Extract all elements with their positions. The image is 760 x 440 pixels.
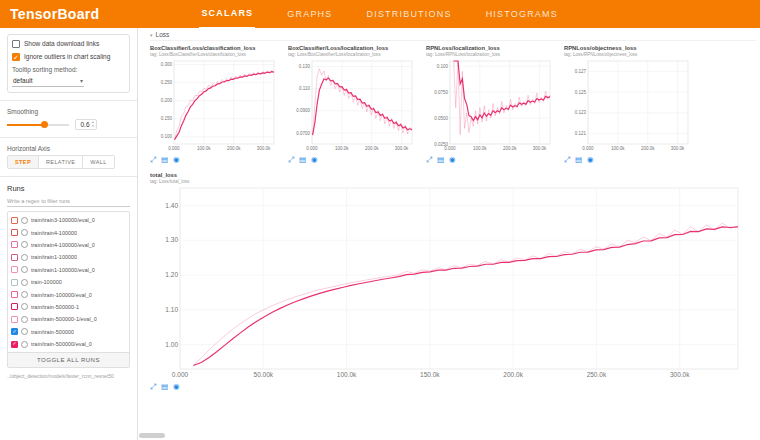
svg-text:0.000: 0.000	[168, 146, 180, 151]
run-checkbox-icon[interactable]	[11, 316, 18, 323]
sidebar: Show data download links ✓ Ignore outlie…	[0, 28, 138, 440]
smoothing-slider[interactable]	[7, 124, 69, 126]
svg-text:1.10: 1.10	[165, 306, 178, 313]
run-isolate-icon[interactable]	[21, 241, 28, 248]
scalar-chart-card: RPNLoss/objectness_loss tag: Loss/RPNLos…	[564, 45, 692, 165]
run-isolate-icon[interactable]	[21, 266, 28, 273]
nav-tabs: SCALARS GRAPHS DISTRIBUTIONS HISTOGRAMS	[199, 0, 560, 28]
run-item[interactable]: train/train4-100000/eval_0	[11, 239, 126, 251]
run-checkbox-icon[interactable]	[11, 254, 18, 261]
run-item[interactable]: train/train3-100000/eval_0	[11, 214, 126, 226]
run-checkbox-icon[interactable]	[11, 291, 18, 298]
run-isolate-icon[interactable]	[21, 341, 28, 348]
rpn-localization-loss-chart[interactable]: 0.02500.05000.07500.1000.000100.0k200.0k…	[426, 58, 554, 154]
smoothing-control: ▴ ▾	[7, 119, 130, 130]
chart-toolbar: ⤢ ▤ ◉	[150, 155, 278, 165]
run-item[interactable]: ✓train/train-500000/eval_0	[11, 338, 126, 350]
tab-scalars[interactable]: SCALARS	[199, 0, 255, 29]
run-label: train/train4-100000	[31, 230, 77, 236]
checkbox-unchecked-icon	[12, 40, 20, 48]
run-isolate-icon[interactable]	[21, 328, 28, 335]
horizontal-scrollbar[interactable]	[139, 433, 165, 438]
run-item[interactable]: train-100000	[11, 276, 126, 288]
expand-chart-icon[interactable]: ⤢	[564, 155, 570, 165]
tooltip-sorting-value: default	[13, 77, 33, 84]
svg-text:300.0k: 300.0k	[670, 371, 690, 378]
run-item[interactable]: train/train1-100000	[11, 251, 126, 263]
svg-text:0.200: 0.200	[161, 98, 173, 103]
run-checkbox-icon[interactable]	[11, 279, 18, 286]
tooltip-sorting-dropdown[interactable]: default ▾	[12, 75, 84, 87]
svg-text:300.0k: 300.0k	[395, 146, 409, 151]
run-item[interactable]: train/train-500000-1/eval_0	[11, 313, 126, 325]
run-item[interactable]: train/train4-100000	[11, 226, 126, 238]
show-download-links-checkbox[interactable]: Show data download links	[12, 40, 125, 48]
expand-chart-icon[interactable]: ⤢	[150, 155, 156, 165]
chart-tag: tag: Loss/BoxClassifier/Loss/classificat…	[150, 52, 278, 57]
pin-card-icon[interactable]: ◉	[173, 382, 180, 392]
axis-step-button[interactable]: STEP	[8, 156, 39, 168]
svg-text:50.00k: 50.00k	[254, 371, 274, 378]
pin-card-icon[interactable]: ◉	[173, 155, 180, 165]
pin-card-icon[interactable]: ◉	[587, 155, 594, 165]
checkbox-label: Show data download links	[24, 40, 99, 47]
pin-card-icon[interactable]: ◉	[449, 155, 456, 165]
run-item[interactable]: train/train1-100000/eval_0	[11, 264, 126, 276]
fit-domain-icon[interactable]: ▤	[437, 155, 444, 165]
tab-graphs[interactable]: GRAPHS	[285, 0, 334, 28]
run-isolate-icon[interactable]	[21, 229, 28, 236]
run-isolate-icon[interactable]	[21, 279, 28, 286]
run-item[interactable]: ✓train/train-500000	[11, 326, 126, 338]
expand-chart-icon[interactable]: ⤢	[288, 155, 294, 165]
smoothing-stepper[interactable]: ▴ ▾	[92, 121, 94, 128]
fit-domain-icon[interactable]: ▤	[299, 155, 306, 165]
axis-wall-button[interactable]: WALL	[83, 156, 113, 168]
svg-text:0.100: 0.100	[437, 64, 449, 69]
run-isolate-icon[interactable]	[21, 254, 28, 261]
run-isolate-icon[interactable]	[21, 217, 28, 224]
fit-domain-icon[interactable]: ▤	[161, 382, 168, 392]
run-isolate-icon[interactable]	[21, 316, 28, 323]
stepper-down-icon[interactable]: ▾	[92, 125, 94, 129]
total-loss-chart[interactable]: 1.001.101.201.301.400.00050.00k100.0k150…	[150, 185, 742, 381]
svg-text:150.0k: 150.0k	[420, 371, 440, 378]
objectness-loss-chart[interactable]: 0.1210.1230.1250.1270.000100.0k200.0k300…	[564, 58, 692, 154]
svg-text:250.0k: 250.0k	[587, 371, 607, 378]
fit-domain-icon[interactable]: ▤	[161, 155, 168, 165]
classification-loss-chart[interactable]: 0.1000.1500.2000.2500.3000.000100.0k200.…	[150, 58, 278, 154]
checkbox-checked-icon: ✓	[12, 53, 20, 61]
run-checkbox-icon[interactable]	[11, 229, 18, 236]
run-checkbox-icon[interactable]	[11, 303, 18, 310]
tab-histograms[interactable]: HISTOGRAMS	[484, 0, 560, 28]
run-item[interactable]: train/train-100000/eval_0	[11, 288, 126, 300]
svg-text:0.300: 0.300	[161, 62, 173, 67]
run-isolate-icon[interactable]	[21, 303, 28, 310]
toggle-all-runs-button[interactable]: TOGGLE ALL RUNS	[8, 352, 129, 367]
tag-group-header[interactable]: ▾ Loss	[150, 31, 756, 41]
tab-distributions[interactable]: DISTRIBUTIONS	[365, 0, 454, 28]
chart-title: total_loss	[150, 172, 756, 178]
run-checkbox-checked-icon[interactable]: ✓	[11, 328, 18, 335]
expand-chart-icon[interactable]: ⤢	[150, 382, 156, 392]
app-title: TensorBoard	[10, 6, 99, 22]
run-checkbox-icon[interactable]	[11, 266, 18, 273]
svg-text:100.0k: 100.0k	[611, 146, 625, 151]
fit-domain-icon[interactable]: ▤	[575, 155, 582, 165]
run-isolate-icon[interactable]	[21, 291, 28, 298]
run-checkbox-checked-icon[interactable]: ✓	[11, 341, 18, 348]
ignore-outliers-checkbox[interactable]: ✓ Ignore outliers in chart scaling	[12, 53, 125, 61]
run-label: train/train1-100000/eval_0	[31, 267, 95, 273]
svg-text:0.125: 0.125	[575, 90, 587, 95]
pin-card-icon[interactable]: ◉	[311, 155, 318, 165]
run-checkbox-icon[interactable]	[11, 241, 18, 248]
run-item[interactable]: train/train-500000-1	[11, 301, 126, 313]
expand-chart-icon[interactable]: ⤢	[426, 155, 432, 165]
run-checkbox-icon[interactable]	[11, 217, 18, 224]
box-localization-loss-chart[interactable]: 0.07000.09000.1100.1300.000100.0k200.0k3…	[288, 58, 416, 154]
axis-relative-button[interactable]: RELATIVE	[39, 156, 83, 168]
run-filter-input[interactable]	[7, 196, 130, 207]
slider-thumb[interactable]	[41, 121, 48, 128]
smoothing-value-input[interactable]	[78, 121, 92, 128]
chart-tag: tag: Loss/BoxClassifier/Loss/localizatio…	[288, 52, 416, 57]
checkbox-label: Ignore outliers in chart scaling	[24, 53, 110, 60]
